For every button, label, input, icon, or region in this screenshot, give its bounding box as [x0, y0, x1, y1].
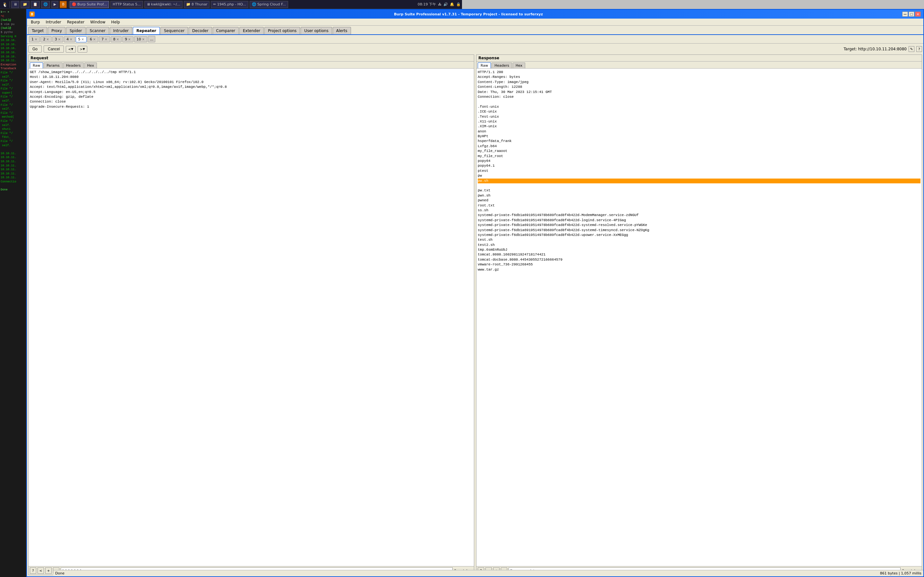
rep-tab-9-close[interactable]: ×: [128, 37, 131, 41]
repeater-content: Go Cancel < ▼ > ▼ Target: http://10.10.1…: [27, 44, 462, 288]
taskbar-clipboard-btn[interactable]: 📋: [31, 1, 40, 8]
taskbar-right: 08:19 下午 🖧 🔊 🔔 🔒: [418, 2, 461, 7]
menu-window[interactable]: Window: [87, 19, 108, 25]
request-tab-params[interactable]: Params: [44, 63, 63, 68]
taskbar-linux-icon[interactable]: 🐧: [1, 1, 8, 8]
taskbar-burp-btn[interactable]: B: [60, 1, 67, 8]
rep-tab-6[interactable]: 6×: [87, 36, 98, 42]
rep-tab-7-close[interactable]: ×: [105, 37, 107, 41]
notification-icon: 🔔: [450, 2, 454, 6]
split-pane: Request Raw Params Headers Hex GET /show…: [28, 55, 462, 288]
taskbar-browser-btn[interactable]: 🌐: [41, 1, 50, 8]
go-button[interactable]: Go: [28, 45, 42, 53]
network-icon: 🖧: [438, 2, 441, 6]
request-pane: Request Raw Params Headers Hex GET /show…: [28, 55, 462, 288]
rep-tab-10[interactable]: 10×: [134, 36, 147, 42]
left-terminal-panel: k~~ × ^C (kwkl@ $ vim pu (kwkl@ $ pytho …: [0, 9, 26, 288]
repeater-number-tabs: 1× 2× 3× 4× 5× 6× 7× 8× 9× 10× ...: [27, 35, 462, 44]
taskbar-desktop-btn[interactable]: 🖥: [11, 1, 19, 8]
taskbar-sep-2: [68, 1, 68, 8]
request-tab-headers[interactable]: Headers: [63, 63, 84, 68]
taskbar-sep-1: [10, 1, 10, 8]
menu-repeater[interactable]: Repeater: [65, 19, 87, 25]
taskbar-php-window[interactable]: ✏ 1945.php - HO...: [211, 1, 248, 8]
rep-tab-1-close[interactable]: ×: [35, 37, 37, 41]
request-body[interactable]: GET /show_image?img=../../../../../../tm…: [29, 69, 462, 288]
rep-tab-8[interactable]: 8×: [111, 36, 121, 42]
request-header: Request: [29, 55, 462, 61]
tab-intruder[interactable]: Intruder: [110, 27, 132, 34]
main-window: B Burp Suite Professional v1.7.31 - Temp…: [26, 9, 462, 288]
tab-spider[interactable]: Spider: [66, 27, 86, 34]
tab-sequencer[interactable]: Sequencer: [160, 27, 188, 34]
tab-user-options[interactable]: User options: [300, 27, 332, 34]
tab-extender[interactable]: Extender: [239, 27, 264, 34]
taskbar-terminal-window[interactable]: 🖥 kwkl@kwkl: ~/...: [144, 1, 183, 8]
rep-tab-4-close[interactable]: ×: [69, 37, 72, 41]
taskbar: 🐧 🖥 📁 📋 🌐 ▶ B 🔴 Burp Suite Prof... HTTP …: [0, 0, 462, 9]
request-tab-hex[interactable]: Hex: [84, 63, 97, 68]
rep-tab-1[interactable]: 1×: [29, 36, 40, 42]
menu-help[interactable]: Help: [109, 19, 123, 25]
taskbar-spring-window[interactable]: 🌐 Spring Cloud F...: [250, 1, 288, 8]
rep-tab-more[interactable]: ...: [148, 36, 155, 42]
main-nav-tabs: Target Proxy Spider Scanner Intruder Rep…: [27, 26, 462, 35]
nav-right-icon: >: [80, 47, 83, 51]
tab-decoder[interactable]: Decoder: [189, 27, 212, 34]
window-icon: B: [29, 11, 35, 17]
rep-tab-8-close[interactable]: ×: [116, 37, 119, 41]
rep-tab-10-close[interactable]: ×: [142, 37, 145, 41]
rep-tab-5-close[interactable]: ×: [81, 37, 84, 41]
window-title: Burp Suite Professional v1.7.31 - Tempor…: [37, 12, 462, 16]
taskbar-http-window[interactable]: HTTP Status 5...: [110, 1, 143, 8]
menu-burp[interactable]: Burp: [28, 19, 42, 25]
rep-tab-2-close[interactable]: ×: [46, 37, 49, 41]
terminal-content: k~~ × ^C (kwkl@ $ vim pu (kwkl@ $ pytho …: [0, 9, 26, 193]
tab-target[interactable]: Target: [28, 27, 47, 34]
volume-icon: 🔊: [443, 2, 448, 6]
taskbar-files-btn[interactable]: 📁: [21, 1, 29, 8]
taskbar-terminal-btn[interactable]: ▶: [51, 1, 58, 8]
tab-proxy[interactable]: Proxy: [48, 27, 65, 34]
lock-icon: 🔒: [456, 2, 461, 6]
rep-tab-6-close[interactable]: ×: [93, 37, 95, 41]
tab-scanner[interactable]: Scanner: [86, 27, 109, 34]
rep-tab-5[interactable]: 5×: [76, 36, 87, 42]
nav-left-dropdown[interactable]: ▼: [71, 47, 73, 51]
nav-left-icon: <: [68, 47, 71, 51]
tab-repeater[interactable]: Repeater: [133, 27, 160, 34]
rep-tab-9[interactable]: 9×: [122, 36, 133, 42]
tab-comparer[interactable]: Comparer: [213, 27, 239, 34]
controls-bar: Go Cancel < ▼ > ▼ Target: http://10.10.1…: [28, 45, 462, 53]
tab-project-options[interactable]: Project options: [264, 27, 300, 34]
menu-bar: Burp Intruder Repeater Window Help: [27, 19, 462, 26]
menu-intruder[interactable]: Intruder: [43, 19, 63, 25]
nav-right-dropdown[interactable]: ▼: [83, 47, 85, 51]
rep-tab-3-close[interactable]: ×: [58, 37, 61, 41]
nav-left-button[interactable]: < ▼: [66, 46, 75, 53]
taskbar-thunar-window[interactable]: 📁 8 Thunar: [184, 1, 210, 8]
rep-tab-2[interactable]: 2×: [40, 36, 51, 42]
title-bar: B Burp Suite Professional v1.7.31 - Temp…: [27, 10, 462, 19]
cancel-button[interactable]: Cancel: [44, 45, 64, 53]
request-tab-raw[interactable]: Raw: [30, 63, 43, 68]
clock: 08:19 下午: [418, 2, 436, 7]
request-tabs: Raw Params Headers Hex: [29, 61, 462, 69]
rep-tab-7[interactable]: 7×: [99, 36, 110, 42]
rep-tab-3[interactable]: 3×: [52, 36, 63, 42]
taskbar-burpsuite-window[interactable]: 🔴 Burp Suite Prof...: [69, 1, 109, 8]
nav-right-button[interactable]: > ▼: [78, 46, 87, 53]
tab-alerts[interactable]: Alerts: [333, 27, 351, 34]
rep-tab-4[interactable]: 4×: [64, 36, 75, 42]
